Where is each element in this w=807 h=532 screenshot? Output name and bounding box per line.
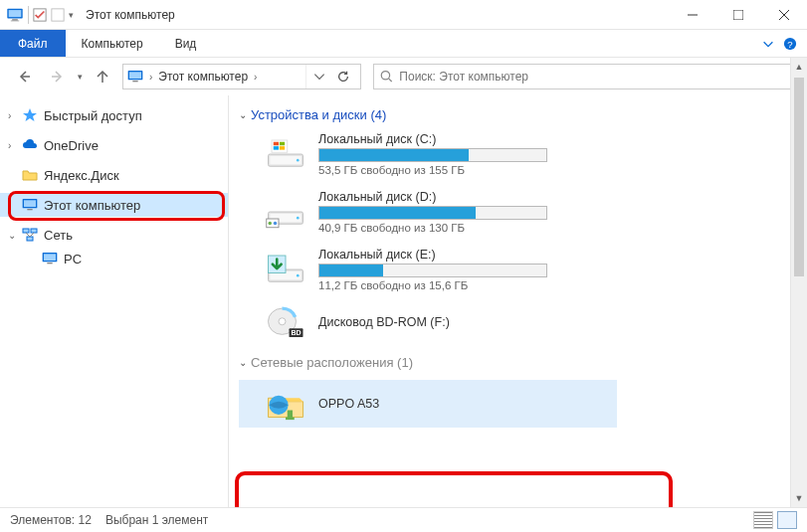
drive-name: Локальный диск (D:) (318, 190, 547, 204)
view-icons-button[interactable] (777, 511, 797, 529)
chevron-right-icon[interactable]: › (8, 200, 18, 211)
svg-rect-2 (12, 19, 18, 20)
view-details-button[interactable] (753, 511, 773, 529)
chevron-right-icon[interactable]: › (8, 140, 18, 151)
chevron-right-icon[interactable]: › (252, 72, 259, 83)
drive-item-c[interactable]: Локальный диск (C:) 53,5 ГБ свободно из … (239, 132, 797, 176)
sidebar-item-quick-access[interactable]: › Быстрый доступ (0, 103, 228, 127)
sidebar-item-network[interactable]: ⌄ Сеть (0, 223, 228, 247)
help-icon[interactable]: ? (783, 37, 797, 51)
tab-view[interactable]: Вид (159, 30, 213, 57)
tab-computer[interactable]: Компьютер (66, 30, 159, 57)
dropdown-icon[interactable] (312, 70, 326, 84)
svg-rect-3 (11, 20, 19, 21)
drive-free-text: 53,5 ГБ свободно из 155 ГБ (318, 164, 547, 176)
file-tab[interactable]: Файл (0, 30, 66, 57)
svg-rect-30 (47, 263, 52, 264)
vertical-scrollbar[interactable]: ▲ ▼ (790, 58, 807, 507)
status-selected: Выбран 1 элемент (105, 513, 208, 527)
svg-rect-1 (9, 10, 22, 17)
sidebar-item-yandex-disk[interactable]: Яндекс.Диск (0, 163, 228, 187)
sidebar: › Быстрый доступ › OneDrive Яндекс.Диск … (0, 95, 229, 507)
svg-point-50 (279, 318, 286, 325)
drive-item-e[interactable]: Локальный диск (E:) 11,2 ГБ свободно из … (239, 248, 797, 291)
svg-rect-37 (274, 146, 279, 150)
chevron-down-icon[interactable]: ⌄ (239, 357, 247, 368)
network-location-name: OPPO A53 (318, 397, 379, 411)
chevron-right-icon[interactable]: › (8, 110, 18, 121)
svg-rect-24 (31, 229, 37, 233)
refresh-icon[interactable] (336, 70, 350, 84)
drive-name: Локальный диск (E:) (318, 248, 547, 262)
drive-item-d[interactable]: Локальный диск (D:) 40,9 ГБ свободно из … (239, 190, 797, 234)
svg-rect-7 (733, 10, 743, 20)
forward-button[interactable] (44, 63, 72, 90)
drive-capacity-bar (318, 264, 547, 277)
chevron-down-icon[interactable]: ⌄ (239, 109, 247, 120)
network-folder-icon (265, 386, 306, 422)
svg-rect-25 (27, 237, 33, 241)
sidebar-item-onedrive[interactable]: › OneDrive (0, 133, 228, 157)
network-icon (22, 227, 38, 243)
svg-point-47 (297, 274, 300, 277)
svg-point-44 (274, 222, 278, 226)
address-bar[interactable]: › Этот компьютер › (122, 64, 361, 89)
chevron-right-icon[interactable]: › (147, 72, 154, 83)
network-location-item[interactable]: OPPO A53 (239, 380, 617, 428)
svg-text:BD: BD (291, 329, 301, 336)
drive-item-f[interactable]: BD Дисковод BD-ROM (F:) (239, 305, 797, 341)
up-button[interactable] (89, 63, 116, 90)
svg-rect-36 (280, 142, 285, 146)
close-button[interactable] (761, 0, 807, 30)
section-header-devices[interactable]: ⌄ Устройства и диски (4) (239, 107, 797, 122)
svg-rect-55 (286, 418, 295, 421)
svg-rect-23 (23, 229, 29, 233)
folder-icon (22, 167, 38, 183)
sidebar-item-label: Яндекс.Диск (44, 168, 119, 183)
chevron-down-icon[interactable]: ⌄ (8, 230, 18, 241)
minimize-button[interactable] (670, 0, 715, 30)
back-button[interactable] (10, 63, 38, 90)
section-header-network[interactable]: ⌄ Сетевые расположения (1) (239, 355, 797, 370)
chevron-down-icon[interactable] (761, 37, 775, 51)
svg-rect-35 (274, 142, 279, 146)
drive-capacity-bar (318, 148, 547, 162)
drive-capacity-bar (318, 206, 547, 220)
drive-free-text: 11,2 ГБ свободно из 15,6 ГБ (318, 279, 547, 291)
sidebar-item-label: Этот компьютер (44, 198, 140, 213)
svg-rect-16 (129, 72, 141, 79)
sidebar-item-label: Быстрый доступ (44, 108, 142, 123)
svg-line-27 (30, 233, 34, 237)
ribbon: Файл Компьютер Вид ? (0, 30, 807, 58)
svg-rect-17 (132, 81, 137, 82)
svg-point-41 (297, 217, 300, 220)
titlebar: ▾ Этот компьютер (0, 0, 807, 30)
pc-icon (42, 251, 58, 266)
scroll-thumb[interactable] (794, 78, 804, 276)
maximize-button[interactable] (715, 0, 761, 30)
sidebar-item-label: PC (64, 252, 82, 266)
scroll-up-arrow[interactable]: ▲ (791, 58, 807, 76)
svg-rect-38 (280, 146, 285, 150)
cloud-icon (22, 137, 38, 153)
qat-dropdown-icon[interactable] (51, 8, 65, 22)
breadcrumb[interactable]: Этот компьютер (158, 70, 248, 84)
search-box[interactable] (373, 64, 797, 89)
pc-icon (6, 8, 24, 22)
content-pane: ⌄ Устройства и диски (4) Локальный диск … (229, 95, 807, 507)
recent-dropdown[interactable]: ▾ (78, 72, 83, 82)
svg-rect-5 (52, 8, 64, 20)
location-pc-icon (127, 70, 143, 84)
search-input[interactable] (399, 70, 790, 84)
drive-windows-icon (265, 136, 306, 172)
drive-bdrom-icon: BD (265, 305, 306, 341)
scroll-down-arrow[interactable]: ▼ (791, 489, 807, 507)
sidebar-item-pc-node[interactable]: PC (0, 247, 228, 270)
highlight-annotation (235, 471, 673, 507)
drive-name: Локальный диск (C:) (318, 132, 547, 146)
sidebar-item-this-pc[interactable]: › Этот компьютер (0, 193, 228, 217)
drive-download-icon (265, 252, 306, 287)
sidebar-item-label: OneDrive (44, 138, 99, 153)
search-icon (380, 70, 393, 84)
checkbox-icon[interactable] (33, 8, 47, 22)
